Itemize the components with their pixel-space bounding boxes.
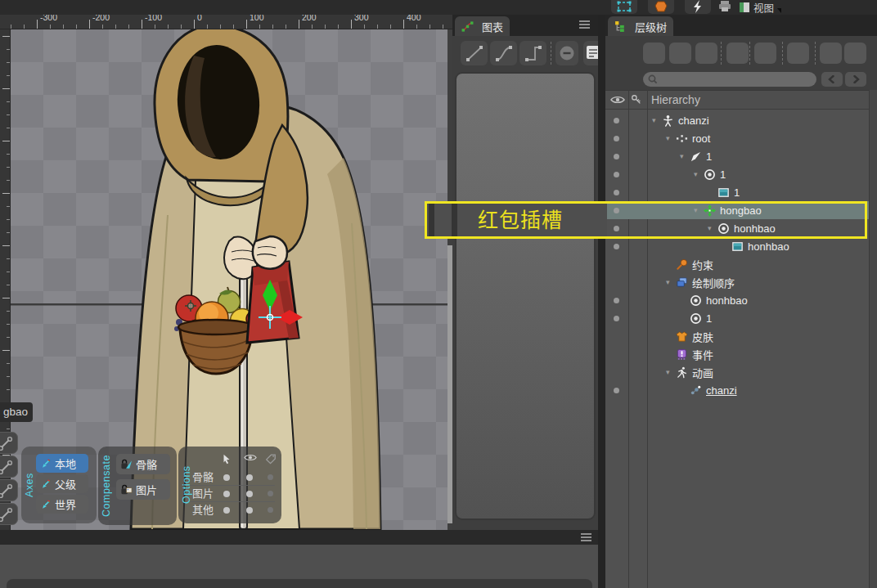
pose-tool-side-button[interactable] — [0, 432, 18, 454]
visibility-dot[interactable] — [614, 316, 619, 321]
options-toggle-其他-2[interactable] — [268, 507, 273, 513]
axes-本地-button[interactable]: 本地 — [36, 454, 88, 473]
expander-icon[interactable]: ▾ — [652, 116, 662, 124]
options-toggle-其他-0[interactable] — [223, 507, 230, 514]
compensate-骨骼-button[interactable]: 骨骼 — [116, 454, 170, 474]
expander-icon[interactable]: ▾ — [694, 170, 704, 178]
timeline-area — [0, 545, 598, 588]
tree-row-1[interactable]: ▾1 — [605, 147, 869, 165]
visibility-dot[interactable] — [614, 388, 619, 393]
options-row-label: 其他 — [192, 502, 214, 518]
skin-icon — [676, 330, 688, 343]
visibility-eye-icon — [244, 453, 257, 466]
filter-button[interactable] — [726, 43, 749, 64]
visibility-dot[interactable] — [614, 136, 619, 141]
callout-label: 红包插槽 — [478, 204, 563, 236]
tree-row-chanzi[interactable]: ▾chanzi — [605, 111, 869, 129]
visibility-dot[interactable] — [614, 244, 619, 249]
tree-row-绘制顺序[interactable]: ▾绘制顺序 — [605, 273, 869, 291]
visibility-column-icon[interactable] — [610, 95, 625, 105]
tree-row-1[interactable]: 1 — [605, 309, 869, 327]
hierarchy-right-gutter[interactable] — [869, 90, 877, 588]
view-icon — [739, 2, 750, 13]
compensate-图片-button[interactable]: 图片 — [116, 479, 170, 500]
tree-row-1[interactable]: 1 — [605, 183, 869, 201]
expander-icon[interactable]: ▾ — [666, 134, 676, 142]
tab-graph[interactable]: 图表 — [455, 16, 510, 36]
tree-row-label: honhbao — [706, 294, 748, 307]
tree-row-honhbao[interactable]: honhbao — [605, 237, 869, 255]
center-view-button[interactable] — [754, 43, 776, 64]
pose-tool-side-button[interactable] — [0, 456, 18, 478]
ghosting-icon[interactable] — [717, 0, 733, 14]
graph-menu-button[interactable] — [579, 20, 590, 29]
visibility-dot[interactable] — [614, 118, 619, 123]
pose-tool-side-button[interactable] — [0, 479, 18, 501]
expand-all-button[interactable] — [844, 43, 866, 64]
nav-forward-button[interactable] — [845, 72, 866, 87]
options-toggle-骨骼-0[interactable] — [223, 474, 230, 481]
linear-curve-button[interactable] — [461, 41, 488, 65]
view-menu[interactable]: 视图 — [739, 0, 781, 15]
image-icon — [717, 186, 730, 199]
tree-row-label: 1 — [706, 150, 712, 163]
key-column-icon[interactable] — [631, 94, 642, 105]
remove-key-button[interactable] — [555, 41, 578, 65]
axes-父级-button[interactable]: 父级 — [36, 474, 88, 493]
weights-tool-icon — [653, 0, 669, 13]
tree-row-1[interactable]: ▾1 — [605, 165, 869, 183]
options-toggle-骨骼-1[interactable] — [246, 474, 253, 481]
collapse-all-button[interactable] — [820, 43, 842, 64]
search-input[interactable] — [643, 72, 816, 87]
options-toggle-图片-2[interactable] — [268, 491, 273, 496]
tree-row-label: chanzi — [678, 114, 709, 127]
axes-button-label: 本地 — [55, 456, 76, 471]
options-toggle-其他-1[interactable] — [246, 507, 253, 514]
tree-row-约束[interactable]: 约束 — [605, 255, 869, 273]
new-slot-button[interactable] — [669, 43, 691, 64]
top-toolbar: 视图 — [0, 0, 877, 15]
axes-button-label: 世界 — [55, 496, 76, 512]
expander-icon[interactable]: ▾ — [680, 152, 690, 160]
tree-row-root[interactable]: ▾root — [605, 129, 869, 147]
hierarchy-panel: Hierarchy ▾chanzi▾root▾1▾11▾hongbao▾honh… — [605, 36, 877, 588]
graph-options-button[interactable] — [583, 41, 598, 65]
nav-back-button[interactable] — [821, 72, 843, 87]
tree-row-label: root — [692, 132, 710, 145]
select-cursor-icon — [221, 453, 232, 466]
stepped-curve-button[interactable] — [519, 41, 546, 65]
timeline-menu-button[interactable] — [581, 533, 591, 541]
tab-hierarchy[interactable]: 层级树 — [608, 16, 673, 36]
tree-row-chanzi[interactable]: chanzi — [605, 381, 869, 399]
visibility-dot[interactable] — [614, 154, 619, 159]
expander-icon[interactable]: ▾ — [666, 368, 676, 376]
graph-editor-area[interactable] — [455, 72, 596, 520]
attach-button[interactable] — [695, 43, 717, 64]
tree-row-皮肤[interactable]: 皮肤 — [605, 327, 869, 345]
tree-row-动画[interactable]: ▾动画 — [605, 363, 869, 381]
axes-group: Axes 本地父级世界 — [21, 447, 97, 523]
arrow-right-icon — [851, 75, 861, 83]
pose-tool-button[interactable] — [685, 0, 711, 14]
visibility-dot[interactable] — [614, 172, 619, 177]
visibility-dot[interactable] — [614, 298, 619, 303]
tree-row-事件[interactable]: 事件 — [605, 345, 869, 363]
weights-tool-button[interactable] — [648, 0, 674, 14]
bezier-curve-button[interactable] — [490, 41, 517, 65]
new-bone-button[interactable] — [643, 43, 665, 64]
visibility-dot[interactable] — [614, 190, 619, 195]
options-toggle-骨骼-2[interactable] — [268, 474, 273, 480]
find-button[interactable] — [787, 43, 809, 64]
panel-divider[interactable] — [598, 11, 605, 588]
expander-icon[interactable]: ▾ — [666, 278, 676, 286]
pose-tool-side-button[interactable] — [0, 503, 18, 525]
graph-tab-icon — [461, 20, 474, 33]
tree-row-honhbao[interactable]: honhbao — [605, 291, 869, 309]
options-toggle-图片-1[interactable] — [246, 491, 253, 497]
hierarchy-tree: ▾chanzi▾root▾1▾11▾hongbao▾honhbaohonhbao… — [605, 110, 869, 588]
bbox-tool-button[interactable] — [611, 0, 637, 14]
chevron-down-icon — [777, 8, 781, 13]
axes-世界-button[interactable]: 世界 — [36, 495, 88, 514]
options-toggle-图片-0[interactable] — [223, 491, 230, 497]
timeline-collapsed-strip[interactable] — [7, 579, 592, 588]
